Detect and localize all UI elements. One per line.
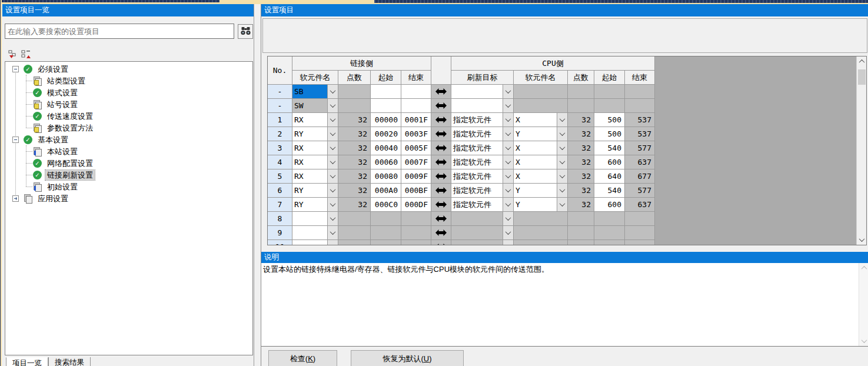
row-number-cell[interactable]: 5 [268, 169, 292, 184]
link-end-cell[interactable]: 0001F [401, 113, 431, 127]
row-number-cell[interactable]: 4 [268, 155, 292, 169]
link-end-cell[interactable] [401, 240, 431, 245]
link-start-cell[interactable] [371, 226, 401, 240]
tree-item-label[interactable]: 初始设置 [45, 182, 79, 192]
dropdown-button[interactable] [557, 127, 567, 141]
link-device-cell[interactable] [292, 212, 338, 226]
cpu-device-cell[interactable]: X [514, 169, 568, 184]
dropdown-button[interactable] [557, 113, 567, 127]
refresh-target-cell[interactable]: 指定软元件 [451, 141, 514, 155]
link-start-cell[interactable]: 00020 [371, 127, 401, 141]
dropdown-button[interactable] [503, 155, 513, 169]
link-end-cell[interactable]: 0005F [401, 141, 431, 155]
row-number-cell[interactable]: 3 [268, 141, 292, 155]
restore-default-button[interactable]: 恢复为默认(U) [351, 350, 464, 366]
tree-item-label[interactable]: 本站设置 [45, 147, 79, 157]
cpu-start-cell[interactable]: 600 [594, 155, 625, 169]
link-device-cell[interactable]: SB [292, 85, 338, 99]
link-device-cell[interactable]: RX [292, 141, 338, 155]
link-device-cell[interactable]: RY [292, 184, 338, 198]
dropdown-button[interactable] [327, 141, 338, 155]
tree-item[interactable]: 站号设置 [5, 98, 252, 110]
dropdown-button[interactable] [327, 240, 338, 245]
dropdown-button[interactable] [327, 184, 338, 197]
scroll-down-icon[interactable] [859, 336, 868, 346]
tree-expander-icon[interactable] [12, 195, 19, 202]
link-device-cell[interactable]: RX [292, 169, 338, 184]
cpu-start-cell[interactable]: 540 [594, 141, 625, 155]
cpu-start-cell[interactable]: 540 [594, 184, 625, 198]
tree-item[interactable]: 模式设置 [5, 86, 252, 98]
link-start-cell[interactable]: 00000 [371, 113, 401, 127]
scroll-up-icon[interactable] [859, 263, 868, 273]
link-end-cell[interactable]: 0003F [401, 127, 431, 141]
dropdown-button[interactable] [557, 141, 567, 155]
check-button[interactable]: 检查(K) [268, 350, 337, 366]
tree-item[interactable]: 本站设置 [5, 145, 252, 157]
cpu-device-cell[interactable] [514, 85, 568, 99]
dropdown-button[interactable] [327, 212, 338, 225]
row-number-cell[interactable]: 1 [268, 113, 292, 127]
refresh-target-cell[interactable]: 指定软元件 [451, 155, 514, 169]
refresh-target-cell[interactable]: 指定软元件 [451, 184, 514, 198]
dropdown-button[interactable] [503, 240, 513, 245]
cpu-device-cell[interactable]: Y [514, 198, 568, 212]
link-device-cell[interactable]: SW [292, 99, 338, 113]
row-number-cell[interactable]: 7 [268, 198, 292, 212]
dropdown-button[interactable] [327, 99, 338, 112]
row-number-cell[interactable]: 6 [268, 184, 292, 198]
dropdown-button[interactable] [327, 226, 338, 239]
cpu-start-cell[interactable]: 500 [594, 127, 625, 141]
row-number-cell[interactable]: 2 [268, 127, 292, 141]
tree-item[interactable]: 站类型设置 [5, 75, 252, 86]
search-button[interactable] [238, 24, 253, 39]
refresh-target-cell[interactable] [451, 226, 514, 240]
cpu-start-cell[interactable]: 500 [594, 113, 625, 127]
dropdown-button[interactable] [327, 113, 338, 127]
link-device-cell[interactable] [292, 226, 338, 240]
link-start-cell[interactable]: 00060 [371, 155, 401, 169]
row-number-cell[interactable]: 9 [268, 226, 292, 240]
dropdown-button[interactable] [503, 212, 513, 225]
dropdown-button[interactable] [327, 198, 338, 211]
link-end-cell[interactable] [401, 226, 431, 240]
tree-item-label[interactable]: 站类型设置 [45, 76, 87, 86]
refresh-target-cell[interactable] [451, 85, 514, 99]
tree-item-label[interactable]: 网络配置设置 [45, 158, 95, 168]
dropdown-button[interactable] [503, 198, 513, 211]
refresh-target-cell[interactable] [451, 212, 514, 226]
dropdown-button[interactable] [327, 85, 338, 98]
dropdown-button[interactable] [557, 184, 567, 197]
link-end-cell[interactable]: 0007F [401, 155, 431, 169]
tree-item[interactable]: 初始设置 [5, 181, 252, 192]
link-start-cell[interactable] [371, 85, 401, 99]
scroll-down-icon[interactable] [857, 235, 867, 245]
tree-item-label[interactable]: 站号设置 [45, 99, 79, 109]
tree-item-label[interactable]: 基本设置 [36, 135, 70, 145]
link-device-cell[interactable]: RY [292, 198, 338, 212]
link-start-cell[interactable] [371, 99, 401, 113]
cpu-start-cell[interactable] [594, 99, 625, 113]
link-end-cell[interactable] [401, 85, 431, 99]
tree-item[interactable]: 参数设置方法 [5, 122, 252, 134]
tab-search-result[interactable]: 搜索结果 [48, 357, 91, 366]
refresh-target-cell[interactable] [451, 240, 514, 245]
refresh-target-cell[interactable]: 指定软元件 [451, 169, 514, 184]
cpu-start-cell[interactable] [594, 226, 625, 240]
link-device-cell[interactable]: RX [292, 155, 338, 169]
cpu-device-cell[interactable]: Y [514, 127, 568, 141]
cpu-device-cell[interactable]: Y [514, 184, 568, 198]
refresh-target-cell[interactable]: 指定软元件 [451, 127, 514, 141]
dropdown-button[interactable] [327, 127, 338, 141]
tree-item-label[interactable]: 模式设置 [45, 88, 79, 98]
cpu-start-cell[interactable]: 600 [594, 198, 625, 212]
dropdown-button[interactable] [327, 169, 338, 183]
scrollbar-thumb[interactable] [858, 69, 866, 85]
tree-item[interactable]: 传送速度设置 [5, 110, 252, 122]
link-end-cell[interactable]: 000BF [401, 184, 431, 198]
refresh-target-cell[interactable]: 指定软元件 [451, 113, 514, 127]
tree-expander-icon[interactable] [12, 66, 19, 72]
cpu-device-cell[interactable]: X [514, 155, 568, 169]
tree-expander-icon[interactable] [12, 137, 19, 143]
cpu-device-cell[interactable] [514, 226, 568, 240]
